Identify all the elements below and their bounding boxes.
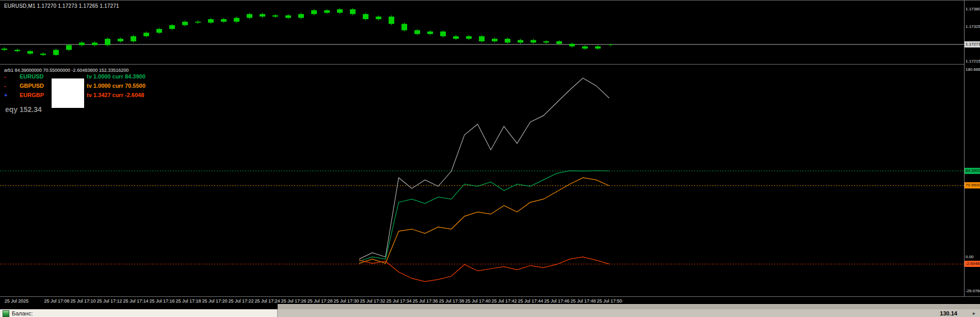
candle-body	[79, 43, 85, 45]
candle-body	[40, 54, 46, 55]
gbpusd-level-badge: 70.5500	[965, 182, 980, 188]
candle-body	[324, 10, 330, 13]
time-label: 25 Jul 17:50	[597, 298, 622, 304]
candle-body	[569, 44, 575, 46]
balance-label: Баланс:	[12, 310, 33, 316]
legend-row-eurusd: -EURUSDtv 1.0000 curr 84.3900	[0, 73, 227, 81]
time-label: 25 Jul 17:24	[254, 298, 280, 304]
time-label: 25 Jul 17:46	[544, 298, 569, 304]
candle-body	[440, 31, 446, 36]
status-bar: Баланс: 130.14 ▸	[0, 309, 980, 317]
price-axis-label: 1.17380	[966, 7, 980, 11]
time-axis[interactable]: 25 Jul 202525 Jul 17:0825 Jul 17:1025 Ju…	[0, 296, 980, 305]
candle-body	[414, 30, 420, 34]
price-chart-panel[interactable]: EURUSD,M1 1.17270 1.17273 1.17265 1.1727…	[0, 1, 964, 64]
candle-body	[401, 24, 407, 30]
chart-title: EURUSD,M1 1.17270 1.17273 1.17265 1.1727…	[4, 3, 119, 9]
indicator-axis-zero: 0.00	[966, 255, 974, 259]
legend-detail: tv 1.3427 curr -2.6048	[87, 92, 144, 98]
time-label: 25 Jul 17:42	[491, 298, 517, 304]
candle-body	[298, 14, 304, 18]
candle-body	[350, 9, 356, 14]
time-label: 25 Jul 17:10	[70, 298, 95, 304]
time-label: 25 Jul 17:40	[465, 298, 490, 304]
time-label: 25 Jul 17:14	[123, 298, 148, 304]
legend-row-eurgbp: +EURGBPtv 1.3427 curr -2.6048	[0, 92, 227, 99]
candle-body	[53, 50, 59, 55]
minus-icon: -	[4, 83, 6, 89]
plus-icon: +	[4, 92, 7, 98]
bottom-strip-left	[0, 304, 278, 309]
candle-body	[169, 25, 175, 29]
candle-body	[14, 50, 20, 52]
candle-body	[195, 22, 201, 23]
candle-body	[143, 33, 149, 36]
current-price-badge: 1.17271	[965, 41, 980, 47]
indicator-legend: -EURUSDtv 1.0000 curr 84.3900-GBPUSDtv 1…	[0, 66, 237, 123]
status-right-section: 130.14 ▸	[278, 309, 980, 317]
time-label: 25 Jul 17:08	[44, 298, 69, 304]
time-label: 25 Jul 17:26	[281, 298, 306, 304]
candle-body	[234, 18, 239, 22]
series-eurusd	[359, 171, 609, 262]
price-axis-label: 1.17325	[966, 24, 980, 29]
candle-body	[247, 14, 252, 18]
date-label: 25 Jul 2025	[5, 298, 29, 304]
candle-body	[389, 17, 394, 24]
series-eurgbp	[359, 257, 609, 282]
candle-body	[427, 31, 433, 34]
candle-body	[479, 36, 485, 41]
legend-symbol: GBPUSD	[20, 83, 44, 89]
indicator-axis-min: -29.0760	[966, 289, 980, 293]
indicator-panel[interactable]: arb1 84.39000000 70.55000000 -2.60483800…	[0, 66, 964, 296]
candle-body	[260, 14, 265, 17]
candle-body	[376, 17, 381, 19]
candle-body	[92, 43, 98, 45]
legend-row-gbpusd: -GBPUSDtv 1.0000 curr 70.5500	[0, 83, 227, 90]
scroll-right-arrow[interactable]: ▸	[973, 310, 975, 316]
candle-body	[466, 36, 472, 39]
time-label: 25 Jul 17:48	[570, 298, 596, 304]
candlestick-chart	[0, 1, 964, 64]
redaction-overlay	[52, 78, 84, 108]
balance-icon	[3, 310, 9, 317]
time-label: 25 Jul 17:38	[439, 298, 464, 304]
candle-body	[531, 40, 536, 43]
candle-body	[492, 39, 497, 41]
candle-body	[363, 14, 368, 19]
candle-body	[208, 19, 214, 23]
price-axis-column[interactable]: 1.17380 1.17325 1.17271 1.17215 180.6667…	[964, 1, 980, 296]
legend-symbol: EURGBP	[20, 92, 44, 98]
candle-body	[453, 36, 459, 39]
candle-body	[2, 49, 7, 50]
eurgbp-level-badge: -2.6048	[965, 261, 980, 267]
candle-body	[543, 41, 549, 43]
equity-label: eqy 152.34	[5, 105, 42, 114]
candle-body	[337, 9, 343, 13]
candle-body	[105, 39, 110, 45]
candle-body	[131, 36, 136, 41]
candle-body	[582, 46, 588, 49]
time-label: 25 Jul 17:18	[175, 298, 201, 304]
candle-body	[556, 41, 562, 44]
candle-body	[505, 39, 510, 42]
legend-detail: tv 1.0000 curr 84.3900	[87, 73, 146, 80]
time-label: 25 Jul 17:32	[360, 298, 385, 304]
time-label: 25 Jul 17:36	[412, 298, 438, 304]
price-axis-label: 1.17215	[966, 59, 980, 64]
legend-detail: tv 1.0000 curr 70.5500	[87, 83, 146, 89]
candle-body	[156, 29, 162, 33]
time-label: 25 Jul 17:28	[307, 298, 332, 304]
time-label: 25 Jul 17:20	[202, 298, 227, 304]
candle-body	[27, 51, 33, 54]
candle-body	[272, 15, 278, 17]
eurusd-level-badge: 84.3900	[965, 168, 980, 174]
candle-body	[182, 22, 188, 25]
candle-body	[118, 39, 123, 41]
candle-body	[66, 45, 72, 50]
minus-icon: -	[4, 73, 6, 80]
candle-body	[311, 10, 317, 14]
bottom-strip	[0, 304, 980, 309]
time-label: 25 Jul 17:44	[518, 298, 543, 304]
legend-symbol: EURUSD	[20, 73, 43, 80]
